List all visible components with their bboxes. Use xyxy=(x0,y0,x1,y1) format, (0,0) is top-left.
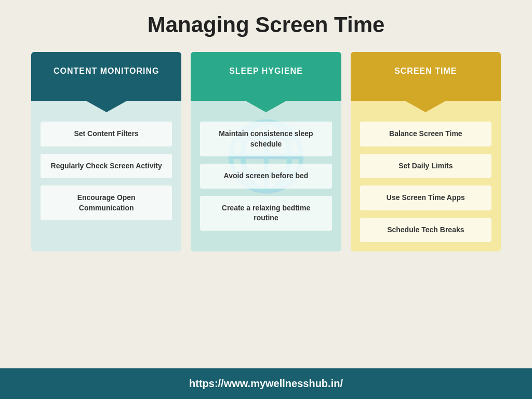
col-header-monitoring-text: CONTENT MONITORING xyxy=(54,66,159,75)
column-sleep-hygiene: SLEEP HYGIENE Maintain consistence sleep… xyxy=(191,52,341,251)
col-header-sleep: SLEEP HYGIENE xyxy=(191,52,341,101)
card-schedule-tech-breaks: Schedule Tech Breaks xyxy=(360,218,491,243)
col-header-sleep-text: SLEEP HYGIENE xyxy=(229,66,303,75)
card-encourage-communication: Encourage Open Communication xyxy=(41,185,172,220)
card-sleep-schedule: Maintain consistence sleep schedule xyxy=(200,122,331,156)
col-body-monitoring: Set Content Filters Regularly Check Scre… xyxy=(31,101,181,251)
card-check-screen-activity: Regularly Check Screen Activity xyxy=(41,154,172,179)
column-content-monitoring: CONTENT MONITORING Set Content Filters R… xyxy=(31,52,181,251)
footer: https://www.mywellnesshub.in/ xyxy=(0,368,532,399)
col-header-monitoring: CONTENT MONITORING xyxy=(31,52,181,101)
col-header-screen-text: SCREEN TIME xyxy=(394,66,457,75)
card-balance-screen-time: Balance Screen Time xyxy=(360,122,491,147)
card-bedtime-routine: Create a relaxing bedtime routine xyxy=(200,196,331,231)
col-body-sleep: Maintain consistence sleep schedule Avoi… xyxy=(191,101,341,251)
col-header-screen: SCREEN TIME xyxy=(351,52,501,101)
card-avoid-screen: Avoid screen before bed xyxy=(200,164,331,189)
page-title: Managing Screen Time xyxy=(148,12,385,37)
col-body-screen: Balance Screen Time Set Daily Limits Use… xyxy=(351,101,501,251)
main-content: Managing Screen Time CONTENT MONITORING … xyxy=(0,0,532,368)
card-set-daily-limits: Set Daily Limits xyxy=(360,154,491,179)
card-use-screen-time-apps: Use Screen Time Apps xyxy=(360,185,491,210)
columns-wrapper: CONTENT MONITORING Set Content Filters R… xyxy=(31,52,501,251)
footer-url: https://www.mywellnesshub.in/ xyxy=(189,378,343,389)
card-set-content-filters: Set Content Filters xyxy=(41,122,172,147)
column-screen-time: SCREEN TIME Balance Screen Time Set Dail… xyxy=(351,52,501,251)
